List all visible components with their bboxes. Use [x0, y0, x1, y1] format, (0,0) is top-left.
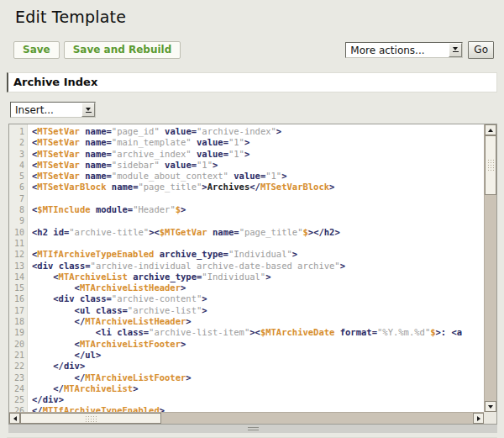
toolbar: Save Save and Rebuild More actions... Go — [13, 40, 494, 59]
line-number: 14 — [9, 272, 24, 282]
line-number: 23 — [9, 372, 24, 383]
line-number: 21 — [9, 350, 24, 361]
code-line: <MTSetVar name="archive_index" value="1"… — [32, 149, 484, 160]
grip-dots-icon — [85, 415, 97, 422]
chevron-down-icon — [86, 108, 91, 111]
line-number: 20 — [9, 339, 24, 350]
insert-selected-value: Insert... — [11, 103, 81, 117]
line-number: 26 — [9, 405, 24, 412]
grip-dots-icon — [487, 159, 495, 172]
code-line — [32, 193, 484, 204]
code-line — [32, 215, 484, 226]
vertical-scrollbar[interactable] — [484, 124, 496, 412]
line-number: 22 — [9, 361, 24, 372]
line-number: 9 — [9, 215, 24, 226]
line-number: 16 — [9, 293, 24, 304]
template-name: Archive Index — [13, 76, 97, 88]
code-line: </MTArchiveListHeader> — [32, 316, 484, 327]
go-button[interactable]: Go — [468, 41, 494, 59]
scroll-left-icon — [13, 416, 17, 421]
line-number: 4 — [9, 160, 24, 171]
chevron-down-icon — [453, 47, 458, 50]
insert-select[interactable]: Insert... — [10, 102, 96, 118]
insert-dropdown-button[interactable] — [81, 103, 95, 117]
line-number: 19 — [9, 327, 24, 338]
resize-handle-icon — [248, 427, 259, 430]
save-and-rebuild-button[interactable]: Save and Rebuild — [64, 41, 181, 59]
insert-row: Insert... — [7, 96, 497, 124]
line-number: 24 — [9, 383, 24, 394]
line-number: 1 — [9, 126, 24, 137]
line-number: 17 — [9, 305, 24, 316]
page-title: Edit Template — [0, 0, 504, 26]
scrollbar-corner — [484, 412, 496, 424]
editor-panel: Insert... 123456789101112131415161718192… — [7, 96, 497, 433]
line-number: 5 — [9, 171, 24, 182]
line-number-gutter: 1234567891011121314151617181920212223242… — [9, 124, 28, 412]
code-line: </MTArchiveList> — [32, 383, 484, 394]
line-number: 15 — [9, 282, 24, 293]
more-actions-select[interactable]: More actions... — [345, 42, 463, 58]
code-line: <MTArchiveListFooter> — [32, 339, 484, 350]
code-line: </MTArchiveListFooter> — [32, 372, 484, 383]
code-line: <MTArchiveList archive_type="Individual"… — [32, 272, 484, 282]
horizontal-scrollbar[interactable] — [9, 412, 484, 424]
code-line: <ul class="archive-list"> — [32, 305, 484, 316]
template-code-editor: 1234567891011121314151617181920212223242… — [8, 124, 497, 425]
line-number: 18 — [9, 316, 24, 327]
scroll-down-icon — [488, 405, 493, 409]
horizontal-scrollbar-thumb[interactable] — [20, 413, 161, 424]
code-line: <MTSetVar name="sidebar" value="1"> — [32, 160, 484, 171]
line-number: 8 — [9, 204, 24, 215]
chevron-underline — [86, 112, 92, 113]
chevron-underline — [453, 51, 459, 52]
code-line: <MTIfArchiveTypeEnabled archive_type="In… — [32, 249, 484, 260]
code-line: <li class="archive-list-item"><$MTArchiv… — [32, 327, 484, 338]
code-line: </ul> — [32, 350, 484, 361]
scroll-down-button[interactable] — [485, 401, 496, 412]
code-line: <MTSetVarBlock name="page_title">Archive… — [32, 182, 484, 193]
code-line: <h2 id="archive-title"><$MTGetVar name="… — [32, 227, 484, 238]
line-number: 2 — [9, 137, 24, 148]
line-number: 25 — [9, 394, 24, 405]
code-line: <$MTInclude module="Header"$> — [32, 204, 484, 215]
code-content[interactable]: <MTSetVar name="page_id" value="archive-… — [28, 124, 484, 412]
scroll-right-icon — [477, 416, 480, 421]
line-number: 12 — [9, 249, 24, 260]
line-number: 3 — [9, 149, 24, 160]
code-line: <MTSetVar name="main_template" value="1"… — [32, 137, 484, 148]
editor-resize-bar[interactable] — [8, 425, 497, 433]
code-line: </div> — [32, 394, 484, 405]
code-line: </MTIfArchiveTypeEnabled> — [32, 405, 484, 412]
line-number: 7 — [9, 193, 24, 204]
code-line: </div> — [32, 361, 484, 372]
code-line: <div class="archive-individual archive-d… — [32, 261, 484, 272]
vertical-scrollbar-thumb[interactable] — [485, 135, 496, 195]
right-actions: More actions... Go — [345, 41, 494, 59]
line-number: 10 — [9, 227, 24, 238]
code-line: <div class="archive-content"> — [32, 293, 484, 304]
line-number: 6 — [9, 182, 24, 193]
code-line: <MTArchiveListHeader> — [32, 282, 484, 293]
scroll-up-button[interactable] — [485, 124, 496, 135]
scroll-right-button[interactable] — [473, 413, 484, 424]
more-actions-selected-value: More actions... — [346, 43, 449, 57]
more-actions-dropdown-button[interactable] — [449, 43, 462, 57]
scroll-left-button[interactable] — [9, 413, 20, 424]
scroll-up-icon — [488, 129, 493, 132]
line-number: 11 — [9, 238, 24, 249]
save-button[interactable]: Save — [13, 41, 60, 59]
template-name-bar: Archive Index — [7, 72, 497, 92]
line-number: 13 — [9, 261, 24, 272]
code-line — [32, 238, 484, 249]
code-line: <MTSetVar name="module_about_context" va… — [32, 171, 484, 182]
code-line: <MTSetVar name="page_id" value="archive-… — [32, 126, 484, 137]
